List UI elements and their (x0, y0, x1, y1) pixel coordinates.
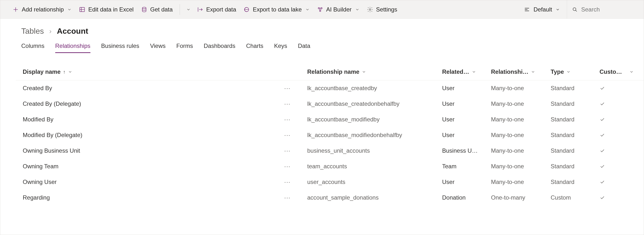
tab-views[interactable]: Views (150, 42, 166, 53)
chevron-down-icon (355, 7, 360, 12)
breadcrumb-current: Account (57, 27, 88, 36)
checkmark-icon (600, 164, 634, 169)
tab-relationships[interactable]: Relationships (55, 42, 90, 53)
cell-type: Standard (551, 116, 600, 123)
export-data-lake-button[interactable]: Export to data lake (242, 5, 311, 14)
cell-display-name: Regarding (23, 194, 50, 201)
more-actions-button[interactable]: ··· (282, 85, 292, 92)
cell-relationship-name: lk_accountbase_createdonbehalfby (307, 100, 442, 107)
separator (180, 4, 180, 15)
add-relationship-button[interactable]: Add relationship (11, 5, 73, 14)
search-box[interactable] (567, 0, 635, 18)
col-relationship-name[interactable]: Relationship name (307, 68, 442, 75)
cell-display-name: Owning Team (23, 163, 58, 170)
list-icon (524, 6, 530, 13)
cell-relationship-type: One-to-many (491, 194, 551, 201)
svg-point-1 (142, 7, 146, 9)
plus-icon (12, 6, 19, 13)
edit-excel-label: Edit data in Excel (88, 6, 134, 13)
svg-point-7 (573, 8, 576, 10)
cell-relationship-name: business_unit_accounts (307, 147, 442, 154)
checkmark-icon (600, 86, 634, 91)
cell-type: Standard (551, 100, 600, 107)
cell-relationship-type: Many-to-one (491, 178, 551, 186)
cell-related: Team (442, 163, 491, 170)
tab-charts[interactable]: Charts (246, 42, 264, 53)
view-selector[interactable]: Default (521, 5, 562, 14)
cell-related: User (442, 85, 491, 92)
table-row[interactable]: Owning Business Unit ··· business_unit_a… (16, 143, 644, 158)
chevron-down-icon (629, 70, 634, 74)
get-data-dropdown[interactable] (185, 6, 191, 13)
cell-type: Standard (551, 85, 600, 92)
chevron-down-icon (186, 7, 191, 12)
add-relationship-label: Add relationship (22, 6, 64, 13)
cell-type: Standard (551, 178, 600, 186)
cell-relationship-type: Many-to-one (491, 147, 551, 154)
cell-relationship-type: Many-to-one (491, 116, 551, 123)
more-actions-button[interactable]: ··· (282, 163, 292, 170)
table-row[interactable]: Modified By (Delegate) ··· lk_accountbas… (16, 127, 644, 143)
col-related[interactable]: Related… (442, 68, 491, 75)
cell-related: User (442, 116, 491, 123)
export-data-label: Export data (206, 6, 236, 13)
command-bar: Add relationship Edit data in Excel Get … (0, 0, 644, 19)
more-actions-button[interactable]: ··· (282, 100, 292, 107)
data-lake-icon (244, 6, 250, 13)
search-input[interactable] (581, 6, 630, 13)
gear-icon (367, 6, 373, 13)
col-display-name[interactable]: Display name ↑ (23, 68, 307, 75)
chevron-down-icon (566, 70, 571, 74)
get-data-label: Get data (150, 6, 173, 13)
tab-keys[interactable]: Keys (274, 42, 287, 53)
checkmark-icon (600, 179, 634, 185)
ai-builder-button[interactable]: AI Builder (316, 5, 361, 14)
svg-point-4 (321, 7, 322, 8)
edit-in-excel-button[interactable]: Edit data in Excel (78, 5, 135, 14)
settings-button[interactable]: Settings (366, 5, 399, 14)
export-data-lake-label: Export to data lake (253, 6, 302, 13)
cell-relationship-name: team_accounts (307, 163, 442, 170)
cell-relationship-type: Many-to-one (491, 132, 551, 138)
tab-data[interactable]: Data (298, 42, 310, 53)
table-row[interactable]: Owning User ··· user_accounts User Many-… (16, 174, 644, 190)
cell-related: Business U… (442, 147, 491, 154)
table-row[interactable]: Created By (Delegate) ··· lk_accountbase… (16, 96, 644, 112)
cell-relationship-name: user_accounts (307, 178, 442, 186)
checkmark-icon (600, 195, 634, 200)
svg-point-3 (318, 7, 319, 8)
get-data-button[interactable]: Get data (140, 5, 174, 14)
chevron-down-icon (67, 7, 72, 12)
col-custom[interactable]: Custom… (600, 68, 634, 75)
breadcrumb-parent[interactable]: Tables (21, 27, 44, 36)
tab-dashboards[interactable]: Dashboards (204, 42, 235, 53)
table-row[interactable]: Owning Team ··· team_accounts Team Many-… (16, 158, 644, 174)
table-row[interactable]: Created By ··· lk_accountbase_createdby … (16, 80, 644, 96)
excel-icon (79, 6, 85, 13)
table-row[interactable]: Modified By ··· lk_accountbase_modifiedb… (16, 112, 644, 127)
more-actions-button[interactable]: ··· (282, 194, 292, 201)
checkmark-icon (600, 132, 634, 138)
cell-related: User (442, 132, 491, 138)
tab-forms[interactable]: Forms (176, 42, 193, 53)
cell-type: Standard (551, 163, 600, 170)
export-data-button[interactable]: Export data (196, 5, 238, 14)
col-relationship-type[interactable]: Relationshi… (491, 68, 551, 75)
more-actions-button[interactable]: ··· (282, 178, 292, 186)
cell-display-name: Modified By (Delegate) (23, 132, 82, 138)
ai-builder-label: AI Builder (326, 6, 352, 13)
chevron-right-icon: › (49, 27, 52, 35)
cell-relationship-name: account_sample_donations (307, 194, 442, 201)
tab-columns[interactable]: Columns (21, 42, 44, 53)
more-actions-button[interactable]: ··· (282, 147, 292, 154)
cell-related: Donation (442, 194, 491, 201)
more-actions-button[interactable]: ··· (282, 132, 292, 138)
tab-business-rules[interactable]: Business rules (101, 42, 139, 53)
cell-display-name: Created By (Delegate) (23, 100, 81, 107)
table-row[interactable]: Regarding ··· account_sample_donations D… (16, 190, 644, 206)
chevron-down-icon (472, 70, 476, 74)
svg-point-5 (320, 10, 321, 11)
col-type[interactable]: Type (551, 68, 600, 75)
more-actions-button[interactable]: ··· (282, 116, 292, 123)
checkmark-icon (600, 117, 634, 122)
